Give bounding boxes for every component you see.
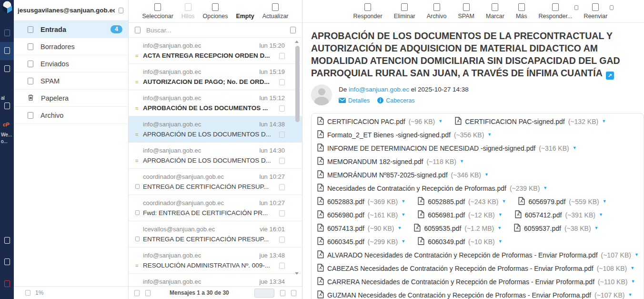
nav-strip-icon-7[interactable] [0, 280, 14, 287]
attachment-item[interactable]: CERTIFICACION PAC-signed.pdf(~132 KB)▼ [455, 117, 606, 126]
message-checkbox[interactable] [279, 237, 285, 243]
attachment-item[interactable]: 6060345.pdf(~299 KB)▼ [317, 237, 405, 247]
attachment-item[interactable]: 6057412.pdf(~391 KB)▼ [515, 210, 603, 220]
attachment-item[interactable]: Necesidades de Contratación y Recepción … [317, 184, 547, 193]
options-button[interactable]: Opciones [203, 3, 228, 20]
message-checkbox[interactable] [279, 184, 285, 190]
attachment-dropdown-icon[interactable]: ▼ [594, 226, 599, 230]
attachment-dropdown-icon[interactable]: ▼ [630, 266, 634, 270]
attachment-dropdown-icon[interactable]: ▼ [487, 133, 492, 137]
nav-strip-label-o[interactable]: o... [1, 139, 14, 144]
empty-button[interactable]: Empty [236, 13, 254, 20]
message-checkbox[interactable] [279, 132, 285, 138]
message-checkbox[interactable] [279, 105, 285, 112]
reply-button[interactable]: Responder [353, 3, 382, 20]
folder-item-borradores[interactable]: Borradores [14, 38, 128, 55]
footer-icon-2[interactable] [145, 290, 151, 296]
message-checkbox[interactable] [279, 53, 285, 59]
dropdown-placeholder-icon[interactable] [610, 5, 614, 10]
attachment-item[interactable]: INFORME DE DETERMINACION DE NECESIDAD -s… [317, 144, 577, 153]
attachment-dropdown-icon[interactable]: ▼ [498, 239, 503, 244]
nav-strip-icon-2[interactable] [0, 47, 14, 54]
spam-button[interactable]: SPAM [458, 3, 474, 20]
attachment-item[interactable]: 6056979.pdf(~559 KB)▼ [518, 197, 606, 206]
attachment-item[interactable]: Formato_2_ET Bienes -signed-signed.pdf(~… [317, 130, 492, 140]
nav-strip-icon-4[interactable] [0, 103, 14, 109]
message-list-item[interactable]: info@sanjuan.gob.ecjue 13:34 [129, 274, 302, 286]
attachment-item[interactable]: CABEZAS Necesidades de Contratación y Re… [317, 264, 634, 273]
attachment-dropdown-icon[interactable]: ▼ [484, 173, 489, 177]
webmail-logo[interactable] [0, 0, 14, 14]
account-menu-icon[interactable] [119, 8, 123, 13]
search-input[interactable] [146, 27, 284, 34]
attachment-item[interactable]: CARRERA Necesidades de Contratación y Re… [317, 277, 635, 287]
nav-strip-icon-6[interactable] [0, 258, 14, 265]
message-checkbox[interactable] [279, 79, 285, 85]
select-button[interactable]: Seleccionar [142, 3, 173, 20]
attachment-item[interactable]: 6056981.pdf(~12 KB)▼ [418, 210, 502, 220]
cpanel-logo[interactable]: cP [3, 122, 16, 127]
attachment-dropdown-icon[interactable]: ▼ [401, 239, 405, 244]
attachment-dropdown-icon[interactable]: ▼ [573, 146, 577, 150]
sender-email-link[interactable]: info@sanjuan.gob.ec [349, 86, 409, 93]
attachment-dropdown-icon[interactable]: ▼ [603, 199, 607, 204]
more-button[interactable]: Más [516, 3, 527, 20]
list-scrollbar-thumb[interactable] [295, 46, 300, 122]
message-list-item[interactable]: info@sanjuan.gob.eclun 15:12=APROBACIÓN … [129, 90, 302, 116]
attachment-item[interactable]: MEMORÁNDUM Nº857-2025-signed.pdf(~346 KB… [317, 170, 489, 180]
attachment-item[interactable]: 6052883.pdf(~369 KB)▼ [317, 197, 405, 206]
delete-button[interactable]: Eliminar [394, 3, 415, 20]
attachment-dropdown-icon[interactable]: ▼ [498, 213, 503, 217]
message-checkbox[interactable] [279, 263, 285, 269]
headers-button[interactable]: Cabeceras [377, 97, 414, 104]
archive-button[interactable]: Archivo [427, 3, 447, 20]
folder-item-enviados[interactable]: Enviados [14, 55, 128, 72]
attachment-item[interactable]: 6059535.pdf(~1.2 MB)▼ [414, 224, 502, 233]
nav-strip-icon-1[interactable] [0, 30, 14, 36]
details-button[interactable]: Detalles [339, 97, 370, 104]
scroll-down-arrow[interactable] [295, 272, 299, 275]
nav-strip-icon-3[interactable] [0, 65, 14, 72]
attachment-item[interactable]: 6059537.pdf(~38 KB)▼ [514, 224, 598, 233]
footer-icon-4[interactable] [291, 290, 296, 296]
message-checkbox[interactable] [279, 210, 285, 217]
attachment-item[interactable]: 6057413.pdf(~90 KB)▼ [317, 224, 402, 233]
open-in-new-window-icon[interactable]: ↗ [606, 72, 614, 80]
folder-item-papelera[interactable]: Papelera [14, 90, 128, 107]
message-checkbox[interactable] [279, 158, 285, 164]
attachment-item[interactable]: ALVARADO Necesidades de Contratación y R… [317, 250, 639, 260]
account-header[interactable]: jesusgavilanes@sanjuan.gob.ec [14, 0, 128, 21]
message-list-item[interactable]: lcevallos@sanjuan.gob.ecvie 16:01ENTREGA… [129, 221, 302, 247]
attachment-item[interactable]: MEMORANDUM 182-signed.pdf(~118 KB)▼ [317, 157, 464, 166]
attachment-dropdown-icon[interactable]: ▼ [398, 226, 402, 230]
attachment-dropdown-icon[interactable]: ▼ [599, 213, 603, 217]
search-options-icon[interactable] [290, 27, 296, 33]
attachment-dropdown-icon[interactable]: ▼ [631, 279, 635, 284]
folder-item-archivo[interactable]: Archivo [14, 107, 128, 124]
dropdown-placeholder-icon[interactable] [574, 5, 578, 10]
nav-strip-icon-5[interactable] [0, 237, 14, 244]
message-list-item[interactable]: info@sanjuan.gob.eclun 14:38=APROBACIÓN … [129, 116, 302, 143]
attachment-dropdown-icon[interactable]: ▼ [628, 293, 632, 297]
message-list-item[interactable]: info@sanjuan.gob.eclun 15:20=ACTA ENTREG… [129, 38, 302, 64]
folder-item-entrada[interactable]: Entrada4 [14, 21, 128, 38]
attachment-dropdown-icon[interactable]: ▼ [438, 119, 443, 124]
page-input[interactable] [254, 289, 274, 298]
forward-button[interactable]: Reenviar [584, 3, 607, 20]
message-list-item[interactable]: info@sanjuan.gob.eclun 14:30=APROBACIÓN … [129, 143, 302, 169]
scroll-up-arrow[interactable] [295, 41, 299, 43]
attachment-dropdown-icon[interactable]: ▼ [502, 199, 506, 204]
attachment-item[interactable]: 6056980.pdf(~161 KB)▼ [317, 210, 405, 220]
attachment-dropdown-icon[interactable]: ▼ [634, 253, 639, 257]
refresh-button[interactable]: Actualizar [262, 3, 289, 20]
folder-item-spam[interactable]: SPAM [14, 72, 128, 90]
attachment-dropdown-icon[interactable]: ▼ [401, 199, 405, 204]
footer-icon-3[interactable] [280, 290, 285, 296]
attachment-item[interactable]: 6052885.pdf(~243 KB)▼ [418, 197, 506, 206]
message-list-item[interactable]: coordinador@sanjuan.gob.eclun 10:27Fwd: … [129, 195, 302, 221]
nav-strip-label-we[interactable]: We... [1, 132, 14, 138]
attachment-dropdown-icon[interactable]: ▼ [497, 226, 502, 230]
message-list-item[interactable]: coordinador@sanjuan.gob.eclun 10:27ENTRE… [129, 169, 302, 195]
attachment-item[interactable]: GUZMAN Necesidades de Contratación y Rec… [317, 290, 632, 299]
attachment-item[interactable]: 6060349.pdf(~10 KB)▼ [418, 237, 502, 247]
